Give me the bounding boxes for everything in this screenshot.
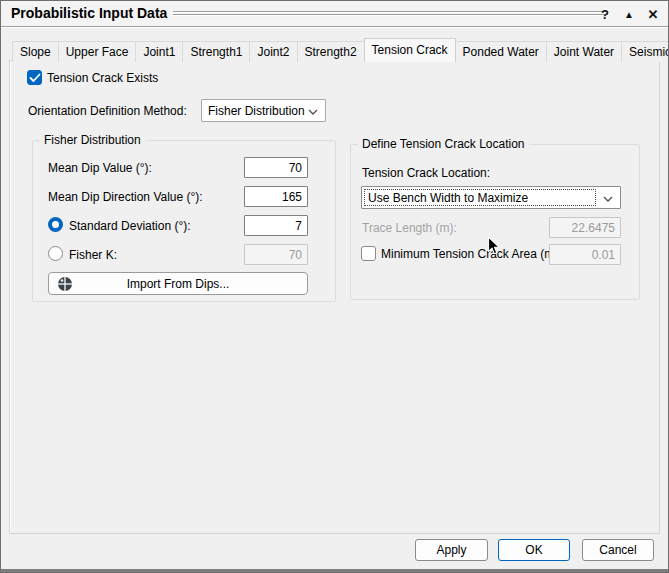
checkmark-icon	[29, 73, 41, 83]
close-icon[interactable]: ✕	[643, 4, 663, 24]
import-from-dips-label: Import From Dips...	[127, 277, 230, 291]
ok-button[interactable]: OK	[498, 539, 570, 561]
min-tension-crack-area-input: 0.01	[549, 244, 621, 265]
standard-deviation-input[interactable]: 7	[244, 215, 308, 236]
apply-button[interactable]: Apply	[415, 539, 488, 561]
tab-joint2[interactable]: Joint2	[249, 41, 297, 62]
tab-slope[interactable]: Slope	[12, 41, 59, 62]
orientation-method-value: Fisher Distribution	[208, 104, 305, 118]
mean-dip-direction-input[interactable]: 165	[244, 186, 308, 207]
tension-crack-exists-checkbox[interactable]	[27, 70, 42, 85]
dialog-bottom-edge	[1, 569, 668, 572]
min-tension-crack-area-checkbox[interactable]	[361, 246, 376, 261]
import-from-dips-button[interactable]: Import From Dips...	[48, 272, 308, 295]
tension-crack-location-label: Tension Crack Location:	[362, 166, 490, 180]
tab-joint-water[interactable]: Joint Water	[546, 41, 622, 62]
title-separator	[173, 11, 608, 17]
trace-length-input: 22.6475	[549, 217, 621, 238]
tab-ponded-water[interactable]: Ponded Water	[455, 41, 547, 62]
tab-upper-face[interactable]: Upper Face	[58, 41, 137, 62]
tab-strip: Slope Upper Face Joint1 Strength1 Joint2…	[12, 38, 669, 62]
dialog-title: Probabilistic Input Data	[11, 5, 167, 21]
tension-crack-location-dropdown[interactable]: Use Bench Width to Maximize	[361, 186, 621, 209]
tension-crack-exists-label: Tension Crack Exists	[47, 71, 158, 85]
tension-crack-location-value: Use Bench Width to Maximize	[368, 191, 528, 205]
orientation-method-dropdown[interactable]: Fisher Distribution	[201, 99, 326, 122]
fisher-k-radio[interactable]	[48, 246, 63, 261]
mean-dip-input[interactable]: 70	[244, 157, 308, 178]
min-tension-crack-area-label: Minimum Tension Crack Area (m2):	[381, 247, 568, 261]
cancel-button[interactable]: Cancel	[582, 539, 654, 561]
titlebar-divider	[1, 26, 668, 28]
tab-joint1[interactable]: Joint1	[135, 41, 183, 62]
mean-dip-label: Mean Dip Value (°):	[48, 161, 152, 175]
trace-length-label: Trace Length (m):	[362, 221, 457, 235]
tab-seismic[interactable]: Seismic	[621, 41, 669, 62]
fisher-k-label: Fisher K:	[69, 248, 117, 262]
tab-strength1[interactable]: Strength1	[182, 41, 250, 62]
collapse-icon[interactable]: ▲	[619, 4, 639, 24]
fisher-k-input: 70	[244, 244, 308, 265]
tab-tension-crack[interactable]: Tension Crack	[364, 38, 456, 62]
orientation-method-label: Orientation Definition Method:	[28, 104, 187, 118]
mouse-cursor	[487, 236, 501, 256]
standard-deviation-radio[interactable]	[48, 217, 63, 232]
probabilistic-input-data-dialog: Probabilistic Input Data ? ▲ ✕ Slope Upp…	[0, 0, 669, 573]
help-icon[interactable]: ?	[595, 4, 615, 24]
mean-dip-direction-label: Mean Dip Direction Value (°):	[48, 190, 203, 204]
dips-stereonet-icon	[57, 276, 73, 292]
chevron-down-icon	[603, 196, 613, 202]
standard-deviation-label: Standard Deviation (°):	[69, 219, 191, 233]
title-bar[interactable]: Probabilistic Input Data ? ▲ ✕	[1, 1, 668, 27]
fisher-group-title: Fisher Distribution	[40, 133, 145, 147]
location-group-title: Define Tension Crack Location	[358, 137, 529, 151]
chevron-down-icon	[308, 109, 318, 115]
tab-strength2[interactable]: Strength2	[297, 41, 365, 62]
